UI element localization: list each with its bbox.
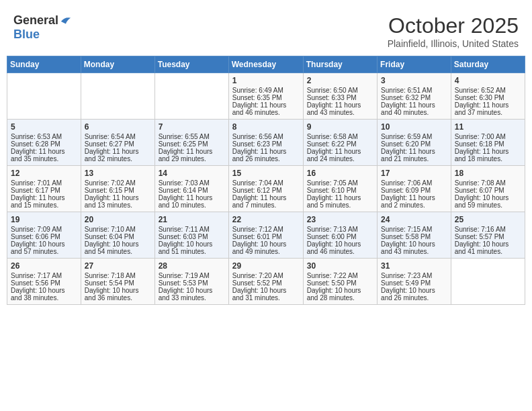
cell-info-line: Daylight: 11 hours and 26 minutes.: [232, 148, 300, 163]
calendar-cell: 21Sunrise: 7:11 AMSunset: 6:03 PMDayligh…: [154, 212, 228, 259]
cell-info-line: Daylight: 10 hours and 46 minutes.: [307, 240, 373, 255]
calendar-cell: 17Sunrise: 7:06 AMSunset: 6:09 PMDayligh…: [378, 166, 451, 212]
calendar-cell: 20Sunrise: 7:10 AMSunset: 6:04 PMDayligh…: [81, 212, 154, 259]
cell-info-line: Sunrise: 6:51 AM: [381, 87, 447, 94]
cell-info-line: Sunset: 6:15 PM: [85, 187, 151, 194]
cell-info-line: Sunset: 6:25 PM: [159, 140, 225, 148]
cell-info-line: Daylight: 11 hours and 46 minutes.: [232, 101, 300, 116]
cell-info-line: Sunrise: 7:08 AM: [455, 179, 521, 187]
cell-info-line: Sunset: 6:33 PM: [307, 94, 373, 101]
day-of-week-header: Friday: [378, 56, 451, 73]
calendar-cell: 13Sunrise: 7:02 AMSunset: 6:15 PMDayligh…: [81, 166, 154, 212]
calendar-week-row: 1Sunrise: 6:49 AMSunset: 6:35 PMDaylight…: [7, 73, 525, 120]
day-of-week-header: Tuesday: [154, 56, 228, 73]
cell-info-line: Daylight: 10 hours and 38 minutes.: [11, 287, 77, 302]
logo-blue-text: Blue: [13, 28, 40, 42]
day-number: 14: [159, 169, 225, 178]
day-number: 21: [159, 215, 225, 224]
calendar-cell: 23Sunrise: 7:13 AMSunset: 6:00 PMDayligh…: [303, 212, 377, 259]
cell-info-line: Daylight: 11 hours and 40 minutes.: [381, 101, 447, 116]
cell-info-line: Sunrise: 6:59 AM: [381, 133, 447, 140]
calendar-week-row: 26Sunrise: 7:17 AMSunset: 5:56 PMDayligh…: [7, 259, 525, 305]
cell-info-line: Sunrise: 6:50 AM: [307, 87, 373, 94]
day-number: 25: [455, 215, 521, 224]
cell-info-line: Daylight: 11 hours and 5 minutes.: [307, 194, 373, 209]
cell-info-line: Daylight: 10 hours and 54 minutes.: [85, 240, 151, 255]
cell-info-line: Daylight: 11 hours and 32 minutes.: [85, 148, 151, 163]
cell-info-line: Sunrise: 7:19 AM: [159, 272, 225, 279]
cell-info-line: Daylight: 10 hours and 31 minutes.: [232, 287, 300, 302]
cell-info-line: Sunrise: 6:58 AM: [307, 133, 373, 140]
cell-info-line: Sunset: 6:32 PM: [381, 94, 447, 101]
cell-info-line: Sunset: 6:06 PM: [11, 233, 77, 240]
calendar-cell: 19Sunrise: 7:09 AMSunset: 6:06 PMDayligh…: [7, 212, 81, 259]
calendar-cell: [7, 73, 81, 120]
cell-info-line: Daylight: 10 hours and 36 minutes.: [85, 287, 151, 302]
day-number: 16: [307, 169, 373, 178]
day-of-week-header: Monday: [81, 56, 154, 73]
calendar-cell: 8Sunrise: 6:56 AMSunset: 6:23 PMDaylight…: [228, 120, 303, 166]
cell-info-line: Daylight: 11 hours and 13 minutes.: [85, 194, 151, 209]
cell-info-line: Sunrise: 7:03 AM: [159, 179, 225, 187]
calendar-cell: 4Sunrise: 6:52 AMSunset: 6:30 PMDaylight…: [451, 73, 525, 120]
cell-info-line: Sunrise: 7:15 AM: [381, 226, 447, 233]
cell-info-line: Sunset: 6:17 PM: [11, 187, 77, 194]
day-number: 5: [11, 122, 77, 132]
day-number: 1: [232, 76, 300, 85]
cell-info-line: Sunrise: 7:02 AM: [85, 179, 151, 187]
day-number: 9: [307, 122, 373, 132]
cell-info-line: Daylight: 10 hours and 59 minutes.: [455, 194, 521, 209]
calendar-cell: 5Sunrise: 6:53 AMSunset: 6:28 PMDaylight…: [7, 120, 81, 166]
logo: General Blue: [13, 13, 72, 42]
cell-info-line: Daylight: 11 hours and 35 minutes.: [11, 148, 77, 163]
day-number: 10: [381, 122, 447, 132]
page-header: General Blue October 2025 Plainfield, Il…: [7, 7, 525, 53]
day-number: 4: [455, 76, 521, 85]
cell-info-line: Sunrise: 6:56 AM: [232, 133, 300, 140]
cell-info-line: Daylight: 11 hours and 10 minutes.: [159, 194, 225, 209]
cell-info-line: Sunset: 6:00 PM: [307, 233, 373, 240]
day-number: 8: [232, 122, 300, 132]
cell-info-line: Daylight: 10 hours and 33 minutes.: [159, 287, 225, 302]
location-text: Plainfield, Illinois, United States: [388, 38, 519, 49]
calendar-body: 1Sunrise: 6:49 AMSunset: 6:35 PMDaylight…: [7, 73, 525, 305]
title-block: October 2025 Plainfield, Illinois, Unite…: [388, 13, 519, 49]
cell-info-line: Sunrise: 7:20 AM: [232, 272, 300, 279]
calendar-cell: 30Sunrise: 7:22 AMSunset: 5:50 PMDayligh…: [303, 259, 377, 305]
cell-info-line: Daylight: 11 hours and 43 minutes.: [307, 101, 373, 116]
calendar-cell: 27Sunrise: 7:18 AMSunset: 5:54 PMDayligh…: [81, 259, 154, 305]
cell-info-line: Sunrise: 7:13 AM: [307, 226, 373, 233]
logo-bird-icon: [60, 15, 72, 26]
day-number: 24: [381, 215, 447, 224]
calendar-cell: 9Sunrise: 6:58 AMSunset: 6:22 PMDaylight…: [303, 120, 377, 166]
cell-info-line: Sunset: 5:53 PM: [159, 279, 225, 287]
cell-info-line: Daylight: 11 hours and 18 minutes.: [455, 148, 521, 163]
calendar-cell: 3Sunrise: 6:51 AMSunset: 6:32 PMDaylight…: [378, 73, 451, 120]
calendar-cell: 14Sunrise: 7:03 AMSunset: 6:14 PMDayligh…: [154, 166, 228, 212]
day-number: 19: [11, 215, 77, 224]
cell-info-line: Sunrise: 7:01 AM: [11, 179, 77, 187]
calendar-cell: 29Sunrise: 7:20 AMSunset: 5:52 PMDayligh…: [228, 259, 303, 305]
cell-info-line: Daylight: 11 hours and 7 minutes.: [232, 194, 300, 209]
cell-info-line: Sunset: 5:57 PM: [455, 233, 521, 240]
calendar-table: SundayMondayTuesdayWednesdayThursdayFrid…: [7, 56, 525, 305]
cell-info-line: Sunrise: 7:10 AM: [85, 226, 151, 233]
cell-info-line: Daylight: 10 hours and 28 minutes.: [307, 287, 373, 302]
day-number: 22: [232, 215, 300, 224]
cell-info-line: Sunset: 6:01 PM: [232, 233, 300, 240]
day-number: 28: [159, 261, 225, 271]
calendar-cell: 26Sunrise: 7:17 AMSunset: 5:56 PMDayligh…: [7, 259, 81, 305]
cell-info-line: Sunrise: 7:23 AM: [381, 272, 447, 279]
cell-info-line: Sunrise: 6:54 AM: [85, 133, 151, 140]
logo-general-text: General: [13, 13, 58, 28]
calendar-week-row: 5Sunrise: 6:53 AMSunset: 6:28 PMDaylight…: [7, 120, 525, 166]
calendar-header: SundayMondayTuesdayWednesdayThursdayFrid…: [7, 56, 525, 73]
calendar-cell: 24Sunrise: 7:15 AMSunset: 5:58 PMDayligh…: [378, 212, 451, 259]
day-number: 31: [381, 261, 447, 271]
cell-info-line: Daylight: 10 hours and 51 minutes.: [159, 240, 225, 255]
cell-info-line: Sunset: 6:22 PM: [307, 140, 373, 148]
day-number: 26: [11, 261, 77, 271]
calendar-cell: 10Sunrise: 6:59 AMSunset: 6:20 PMDayligh…: [378, 120, 451, 166]
cell-info-line: Sunset: 6:27 PM: [85, 140, 151, 148]
calendar-cell: 28Sunrise: 7:19 AMSunset: 5:53 PMDayligh…: [154, 259, 228, 305]
